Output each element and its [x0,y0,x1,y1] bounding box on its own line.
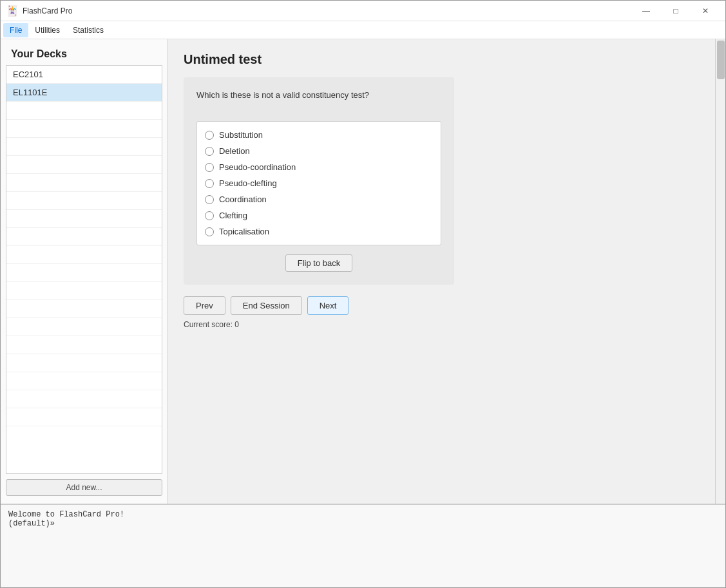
titlebar-left: 🃏 FlashCard Pro [6,5,72,17]
maximize-button[interactable]: □ [661,1,691,21]
content-panel: Untimed test Which is these is not a val… [168,39,715,504]
deck-item-empty-18 [6,408,162,426]
score-text: Current score: 0 [184,320,700,329]
deck-item-empty-12 [6,300,162,318]
console-line-1: Welcome to FlashCard Pro! [8,510,718,519]
option-pseudo-clefting-label: Pseudo-clefting [219,178,277,188]
right-panel: Untimed test Which is these is not a val… [168,39,725,504]
option-coordination[interactable]: Coordination [197,191,441,207]
deck-item-empty-1 [6,102,162,120]
deck-item-empty-7 [6,210,162,228]
option-pseudo-coordination-label: Pseudo-coordination [219,162,296,172]
close-button[interactable]: ✕ [691,1,720,21]
deck-item-empty-2 [6,120,162,138]
deck-item-empty-6 [6,192,162,210]
app-icon: 🃏 [6,5,19,17]
scrollbar-thumb[interactable] [717,41,725,79]
option-coordination-label: Coordination [219,194,267,204]
console-line-2: (default)» [8,519,718,528]
scrollbar-right[interactable] [715,39,725,504]
deck-list[interactable]: EC2101 EL1101E [6,65,162,474]
radio-deletion [205,147,214,156]
radio-substitution [205,131,214,140]
radio-coordination [205,195,214,204]
deck-item-ec2101[interactable]: EC2101 [6,66,162,84]
deck-item-el1101e[interactable]: EL1101E [6,84,162,102]
menubar: File Utilities Statistics [1,21,725,39]
deck-item-empty-5 [6,174,162,192]
option-topicalisation[interactable]: Topicalisation [197,223,441,240]
main: Your Decks EC2101 EL1101E [1,39,725,504]
deck-item-empty-10 [6,264,162,282]
radio-pseudo-coordination [205,163,214,172]
option-pseudo-coordination[interactable]: Pseudo-coordination [197,159,441,175]
test-title: Untimed test [184,52,700,67]
deck-item-empty-3 [6,138,162,156]
deck-item-empty-17 [6,390,162,408]
deck-item-empty-15 [6,354,162,372]
radio-clefting [205,211,214,220]
option-topicalisation-label: Topicalisation [219,227,269,236]
deck-item-empty-8 [6,228,162,246]
minimize-button[interactable]: — [631,1,661,21]
card-question: Which is these is not a valid constituen… [196,90,441,109]
option-substitution-label: Substitution [219,130,263,140]
end-session-button[interactable]: End Session [231,296,302,315]
flip-to-back-button[interactable]: Flip to back [285,254,352,272]
deck-item-empty-14 [6,336,162,354]
option-clefting-label: Clefting [219,211,247,220]
prev-button[interactable]: Prev [184,296,225,315]
option-deletion[interactable]: Deletion [197,143,441,159]
menu-utilities[interactable]: Utilities [28,23,66,37]
titlebar: 🃏 FlashCard Pro — □ ✕ [1,1,725,21]
content-area: Untimed test Which is these is not a val… [168,39,715,504]
app-title: FlashCard Pro [23,6,72,15]
deck-item-empty-11 [6,282,162,300]
option-deletion-label: Deletion [219,146,250,156]
radio-pseudo-clefting [205,179,214,188]
deck-item-empty-13 [6,318,162,336]
titlebar-controls: — □ ✕ [631,1,720,21]
deck-item-empty-4 [6,156,162,174]
console: Welcome to FlashCard Pro! (default)» [1,504,725,587]
menu-statistics[interactable]: Statistics [66,23,110,37]
option-clefting[interactable]: Clefting [197,207,441,223]
deck-item-empty-16 [6,372,162,390]
card-container: Which is these is not a valid constituen… [184,77,454,285]
answer-options: Substitution Deletion Pseudo-coordinatio… [196,121,441,245]
option-substitution[interactable]: Substitution [197,127,441,143]
deck-item-empty-9 [6,246,162,264]
next-button[interactable]: Next [307,296,349,315]
radio-topicalisation [205,227,214,236]
navigation-buttons: Prev End Session Next [184,296,700,315]
sidebar-title: Your Decks [1,39,167,65]
add-new-button[interactable]: Add new... [6,479,162,496]
sidebar: Your Decks EC2101 EL1101E [1,39,168,504]
option-pseudo-clefting[interactable]: Pseudo-clefting [197,175,441,191]
menu-file[interactable]: File [3,23,28,37]
